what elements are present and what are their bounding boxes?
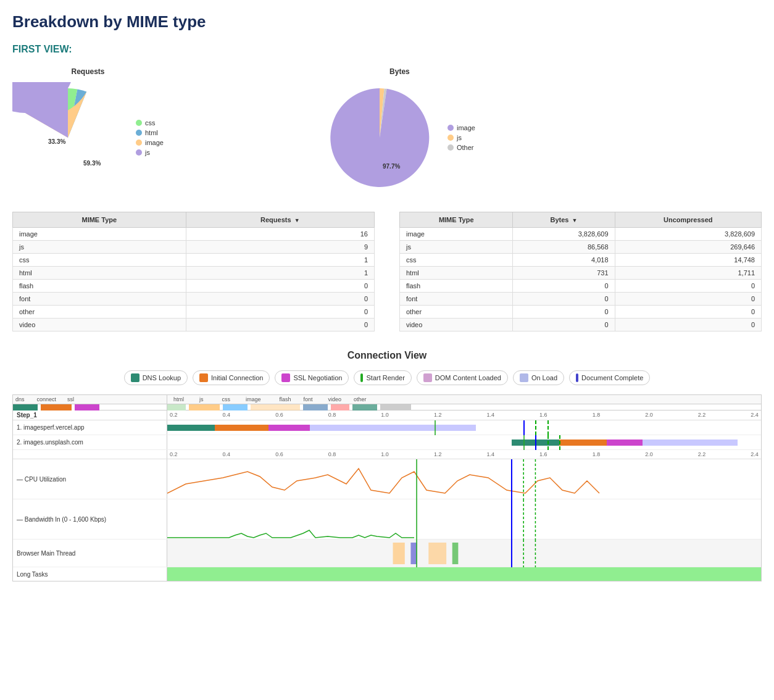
image-dot [136, 140, 142, 146]
legend-item-css: css [136, 119, 164, 127]
r1-dns [167, 425, 215, 431]
requests-pie-wrapper: 33.3% 59.3% css html image js [12, 82, 164, 193]
row-2: 2. images.unsplash.com [13, 435, 761, 450]
thread-content [167, 540, 761, 567]
css-dot [136, 120, 142, 126]
legend-item-html: html [136, 129, 164, 136]
svg-rect-13 [428, 543, 446, 564]
bandwidth-content [167, 499, 761, 539]
long-tasks-label: Long Tasks [13, 567, 167, 581]
start-render-color [360, 373, 363, 382]
table-row: html7311,711 [400, 267, 762, 280]
thread-row: Browser Main Thread [13, 540, 761, 567]
legend-item-bytes-image: image [447, 124, 475, 131]
html-dot [136, 130, 142, 136]
legend-pill-initial: Initial Connection [193, 370, 270, 385]
r1-ssl [268, 425, 310, 431]
step-label: Step_1 [13, 410, 167, 420]
bytes-legend: image js Other [447, 124, 475, 151]
start-render-legend-label: Start Render [366, 374, 404, 381]
initial-legend-label: Initial Connection [211, 374, 263, 381]
category-labels: dns connect ssl [13, 395, 167, 404]
svg-text:33.3%: 33.3% [48, 138, 65, 145]
category-header-row: dns connect ssl html js css image flash … [13, 395, 761, 404]
r1-wait [310, 425, 476, 431]
table-row: font00 [400, 293, 762, 306]
ticks-bottom-spacer [13, 450, 167, 459]
table-row: video0 [13, 319, 375, 331]
bytes-th-mime: MIME Type [400, 212, 513, 228]
section-title: FIRST VIEW: [12, 44, 762, 55]
legend-pill-complete: Document Complete [569, 370, 650, 385]
onload-color [520, 373, 528, 382]
connection-view: Connection View DNS Lookup Initial Conne… [12, 350, 762, 581]
table-row: flash00 [400, 280, 762, 293]
onload-dashed-1 [547, 435, 549, 450]
table-row: image3,828,6093,828,609 [400, 228, 762, 241]
connect-bar [41, 404, 72, 410]
legend-item-bytes-other: Other [447, 144, 475, 151]
row-2-label: 2. images.unsplash.com [13, 435, 167, 449]
legend-pill-onload: On Load [513, 370, 564, 385]
cpu-label: — CPU Utilization [13, 459, 167, 499]
table-row: other0 [13, 306, 375, 319]
bandwidth-label: — Bandwidth In (0 - 1,600 Kbps) [13, 499, 167, 539]
charts-row: Requests [12, 67, 762, 193]
bandwidth-row: — Bandwidth In (0 - 1,600 Kbps) [13, 499, 761, 540]
bandwidth-svg [167, 499, 761, 540]
css-label: css [145, 119, 156, 127]
table-row: css1 [13, 254, 375, 267]
ticks-top: 0.20.40.60.8 1.01.21.41.6 1.82.02.22.4 [167, 410, 761, 420]
r2-connect [559, 440, 607, 446]
js-dot [136, 149, 142, 156]
thread-label: Browser Main Thread [13, 540, 167, 567]
legend-item-image: image [136, 139, 164, 146]
page-title: Breakdown by MIME type [12, 12, 762, 31]
category-color-bars [13, 404, 761, 410]
bytes-chart-label: Bytes [389, 67, 410, 76]
cpu-row: — CPU Utilization [13, 459, 761, 499]
dns-color [131, 373, 139, 382]
requests-th-mime: MIME Type [13, 212, 186, 228]
requests-table: MIME Type Requests ▼ image16js9css1html1… [12, 212, 375, 331]
waterfall-container: dns connect ssl html js css image flash … [12, 394, 762, 581]
cpu-content [167, 459, 761, 499]
connection-legend-bar: DNS Lookup Initial Connection SSL Negoti… [12, 370, 762, 385]
ssl-legend-label: SSL Negotiation [293, 374, 342, 381]
bytes-pie-svg: 97.7% [324, 82, 435, 193]
right-color-bars [167, 404, 761, 410]
bytes-image-label: image [457, 124, 475, 131]
start-render-line-1 [435, 420, 436, 435]
tables-row: MIME Type Requests ▼ image16js9css1html1… [12, 212, 762, 331]
svg-text:97.7%: 97.7% [383, 163, 400, 170]
table-row: html1 [13, 267, 375, 280]
row-1-bars [167, 420, 761, 435]
onload-legend-label: On Load [531, 374, 557, 381]
r2-ssl [607, 440, 643, 446]
js-label: js [145, 149, 150, 156]
svg-rect-12 [410, 543, 417, 564]
requests-legend: css html image js [136, 119, 164, 156]
initial-color [199, 373, 208, 382]
bytes-th-bytes: Bytes ▼ [513, 212, 615, 228]
requests-th-requests: Requests ▼ [186, 212, 374, 228]
bytes-image-dot [447, 125, 454, 131]
r1-connect [215, 425, 268, 431]
onload-line-1 [535, 420, 536, 435]
requests-chart: Requests [12, 67, 164, 193]
legend-pill-ssl: SSL Negotiation [275, 370, 349, 385]
cpu-svg [167, 459, 761, 499]
step-row: Step_1 0.20.40.60.8 1.01.21.41.6 1.82.02… [13, 410, 761, 420]
bytes-js-dot [447, 135, 454, 141]
doc-complete-line-2 [535, 435, 536, 450]
legend-item-bytes-js: js [447, 134, 475, 141]
svg-rect-14 [452, 543, 459, 564]
r2-wait [643, 440, 738, 446]
connection-view-title: Connection View [12, 350, 762, 361]
legend-pill-dom: DOM Content Loaded [417, 370, 508, 385]
dom-legend-label: DOM Content Loaded [435, 374, 501, 381]
doc-complete-line [523, 420, 525, 435]
dns-bar [13, 404, 38, 410]
legend-pill-start-render: Start Render [354, 370, 411, 385]
table-row: css4,01814,748 [400, 254, 762, 267]
